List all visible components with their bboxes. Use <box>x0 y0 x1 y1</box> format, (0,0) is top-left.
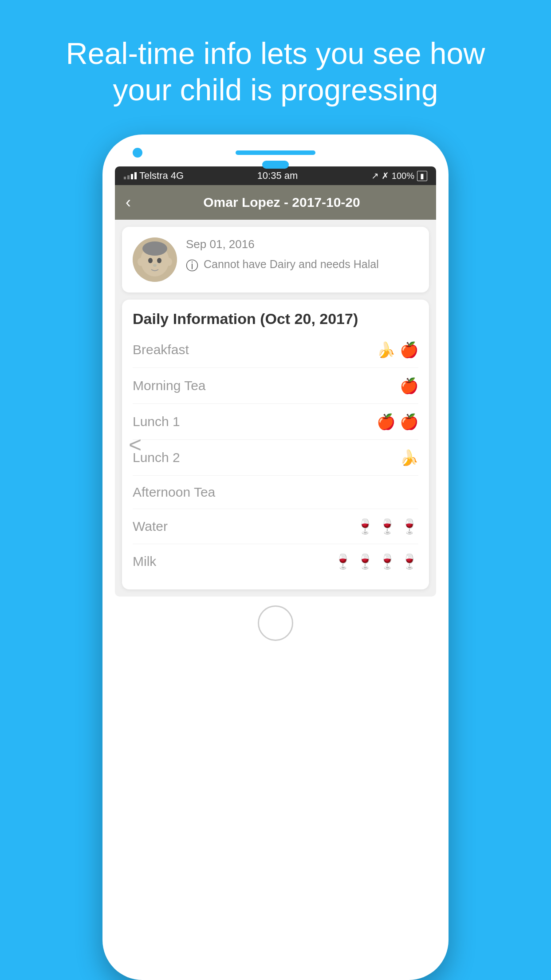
child-avatar <box>133 237 177 282</box>
apple-icon-3: 🍎 <box>377 413 395 431</box>
apple-half-icon: 🍌 <box>377 341 395 359</box>
header-tagline: Real-time info lets you see how your chi… <box>0 0 551 134</box>
cup-icon-3: 🍷 <box>401 518 418 535</box>
home-button[interactable] <box>258 605 293 641</box>
phone-screen: Telstra 4G 10:35 am ↗ ✗ 100% ▮ ‹ Omar Lo… <box>115 166 436 597</box>
status-right: ↗ ✗ 100% ▮ <box>371 170 427 181</box>
battery-icon: ▮ <box>417 171 427 181</box>
meal-icons-lunch1: 🍎 🍎 <box>377 413 418 431</box>
status-time: 10:35 am <box>257 170 298 182</box>
meal-row-lunch2: Lunch 2 🍌 <box>133 440 418 476</box>
child-info-card: Sep 01, 2016 ⓘ Cannot have Dairy and nee… <box>122 227 429 292</box>
child-dob: Sep 01, 2016 <box>186 237 418 251</box>
phone-frame: Telstra 4G 10:35 am ↗ ✗ 100% ▮ ‹ Omar Lo… <box>102 134 449 980</box>
meal-icons-water: 🍷 🍷 🍷 <box>356 518 418 535</box>
meal-name-lunch1: Lunch 1 <box>133 414 180 429</box>
warning-icon: ⓘ <box>186 257 198 274</box>
svg-point-5 <box>153 264 157 267</box>
pear-icon: 🍌 <box>400 449 418 466</box>
meal-row-milk: Milk 🍷 🍷 🍷 🍷 <box>133 544 418 579</box>
milk-cup-icon-4: 🍷 <box>401 553 418 570</box>
meal-row-morning-tea: Morning Tea 🍎 <box>133 368 418 404</box>
meal-icons-lunch2: 🍌 <box>400 449 418 466</box>
meal-name-water: Water <box>133 519 168 534</box>
milk-cup-icon-1: 🍷 <box>334 553 352 570</box>
meal-name-morning-tea: Morning Tea <box>133 378 206 393</box>
phone-top-bar <box>115 148 436 166</box>
prev-chevron[interactable]: < <box>129 432 142 458</box>
svg-point-7 <box>166 258 172 266</box>
dietary-text: Cannot have Dairy and needs Halal <box>204 257 379 272</box>
meal-row-water: Water 🍷 🍷 🍷 <box>133 509 418 544</box>
status-left: Telstra 4G <box>124 170 184 182</box>
bluetooth-icon: ✗ <box>382 170 389 181</box>
meal-icons-breakfast: 🍌 🍎 <box>377 341 418 359</box>
svg-point-6 <box>138 258 144 266</box>
location-icon: ↗ <box>371 170 379 181</box>
nav-bar: ‹ Omar Lopez - 2017-10-20 <box>115 185 436 220</box>
back-button[interactable]: ‹ <box>126 193 131 212</box>
svg-point-3 <box>148 258 153 263</box>
camera-dot <box>133 148 142 158</box>
meal-row-breakfast: Breakfast 🍌 🍎 <box>133 332 418 368</box>
meal-name-breakfast: Breakfast <box>133 342 189 357</box>
daily-info-title: Daily Information (Oct 20, 2017) <box>133 310 418 328</box>
cup-icon-1: 🍷 <box>356 518 374 535</box>
meal-row-lunch1: Lunch 1 🍎 🍎 <box>133 404 418 440</box>
signal-bar-3 <box>131 174 133 179</box>
network-type: 4G <box>171 170 184 182</box>
meal-row-afternoon-tea: Afternoon Tea <box>133 476 418 509</box>
child-details: Sep 01, 2016 ⓘ Cannot have Dairy and nee… <box>186 237 418 274</box>
battery-percent: 100% <box>392 171 414 181</box>
milk-cup-icon-3: 🍷 <box>378 553 396 570</box>
meal-icons-milk: 🍷 🍷 🍷 🍷 <box>334 553 418 570</box>
dietary-info: ⓘ Cannot have Dairy and needs Halal <box>186 257 418 274</box>
phone-mockup: Telstra 4G 10:35 am ↗ ✗ 100% ▮ ‹ Omar Lo… <box>94 134 457 980</box>
carrier-name: Telstra <box>139 170 168 182</box>
speaker-bar <box>236 150 315 155</box>
signal-bar-4 <box>134 172 137 179</box>
status-bar: Telstra 4G 10:35 am ↗ ✗ 100% ▮ <box>115 166 436 185</box>
apple-icon: 🍎 <box>400 341 418 359</box>
phone-bottom <box>115 597 436 645</box>
earpiece <box>262 161 289 169</box>
daily-info-section: < Daily Information (Oct 20, 2017) Break… <box>122 300 429 589</box>
signal-bars <box>124 172 137 179</box>
milk-cup-icon-2: 🍷 <box>356 553 374 570</box>
apple-icon-2: 🍎 <box>400 377 418 395</box>
svg-point-2 <box>142 241 167 256</box>
cup-icon-2: 🍷 <box>378 518 396 535</box>
svg-point-4 <box>157 258 161 263</box>
signal-bar-1 <box>124 177 126 179</box>
signal-bar-2 <box>127 175 130 179</box>
meal-name-milk: Milk <box>133 554 156 569</box>
meal-icons-morning-tea: 🍎 <box>400 377 418 395</box>
meal-name-afternoon-tea: Afternoon Tea <box>133 485 215 500</box>
nav-title: Omar Lopez - 2017-10-20 <box>138 195 425 210</box>
apple-icon-4: 🍎 <box>400 413 418 431</box>
